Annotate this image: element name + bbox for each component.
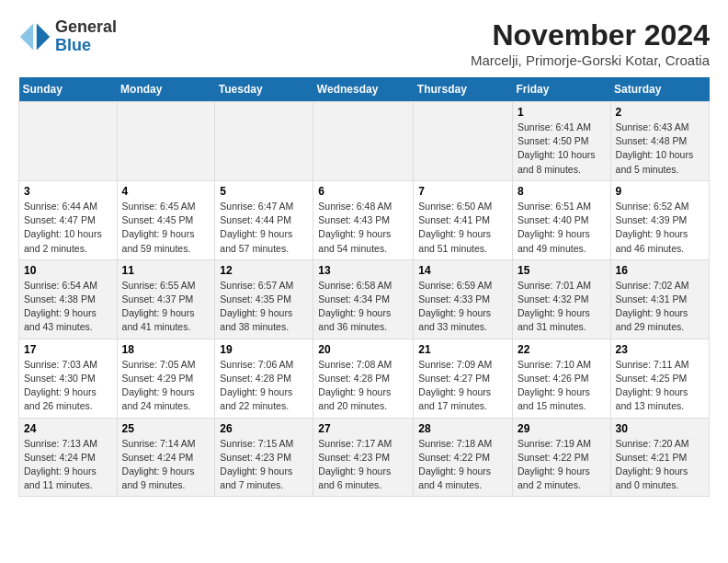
day-info: Sunrise: 6:58 AM Sunset: 4:34 PM Dayligh… bbox=[318, 279, 408, 335]
day-info: Sunrise: 7:13 AM Sunset: 4:24 PM Dayligh… bbox=[24, 437, 112, 493]
day-number: 29 bbox=[518, 422, 606, 435]
calendar-cell: 3Sunrise: 6:44 AM Sunset: 4:47 PM Daylig… bbox=[19, 180, 118, 259]
month-title: November 2024 bbox=[471, 18, 710, 52]
calendar-cell bbox=[19, 102, 118, 181]
calendar-cell: 1Sunrise: 6:41 AM Sunset: 4:50 PM Daylig… bbox=[512, 102, 610, 181]
day-info: Sunrise: 6:51 AM Sunset: 4:40 PM Dayligh… bbox=[518, 200, 606, 256]
calendar-cell bbox=[313, 102, 414, 181]
col-tuesday: Tuesday bbox=[215, 77, 313, 102]
day-number: 5 bbox=[220, 185, 308, 198]
day-info: Sunrise: 6:45 AM Sunset: 4:45 PM Dayligh… bbox=[122, 200, 210, 256]
calendar-week-5: 24Sunrise: 7:13 AM Sunset: 4:24 PM Dayli… bbox=[19, 418, 710, 497]
calendar-cell: 26Sunrise: 7:15 AM Sunset: 4:23 PM Dayli… bbox=[215, 418, 313, 497]
day-info: Sunrise: 6:50 AM Sunset: 4:41 PM Dayligh… bbox=[418, 200, 507, 256]
day-number: 23 bbox=[616, 343, 704, 356]
calendar-cell: 14Sunrise: 6:59 AM Sunset: 4:33 PM Dayli… bbox=[414, 259, 513, 339]
calendar-cell: 8Sunrise: 6:51 AM Sunset: 4:40 PM Daylig… bbox=[512, 180, 610, 259]
day-number: 2 bbox=[616, 106, 704, 119]
day-number: 16 bbox=[616, 264, 704, 277]
day-number: 24 bbox=[24, 422, 112, 435]
day-info: Sunrise: 7:08 AM Sunset: 4:28 PM Dayligh… bbox=[318, 358, 408, 414]
col-thursday: Thursday bbox=[414, 77, 513, 102]
calendar-cell: 11Sunrise: 6:55 AM Sunset: 4:37 PM Dayli… bbox=[117, 259, 215, 339]
day-number: 30 bbox=[616, 422, 704, 435]
day-info: Sunrise: 7:19 AM Sunset: 4:22 PM Dayligh… bbox=[518, 437, 606, 493]
calendar-cell: 20Sunrise: 7:08 AM Sunset: 4:28 PM Dayli… bbox=[313, 339, 414, 418]
calendar-cell: 21Sunrise: 7:09 AM Sunset: 4:27 PM Dayli… bbox=[414, 339, 513, 418]
calendar-cell: 19Sunrise: 7:06 AM Sunset: 4:28 PM Dayli… bbox=[215, 339, 313, 418]
calendar-cell: 12Sunrise: 6:57 AM Sunset: 4:35 PM Dayli… bbox=[215, 259, 313, 339]
day-info: Sunrise: 6:57 AM Sunset: 4:35 PM Dayligh… bbox=[220, 279, 308, 335]
day-info: Sunrise: 6:48 AM Sunset: 4:43 PM Dayligh… bbox=[318, 200, 408, 256]
col-saturday: Saturday bbox=[610, 77, 709, 102]
day-info: Sunrise: 7:06 AM Sunset: 4:28 PM Dayligh… bbox=[220, 358, 308, 414]
day-number: 15 bbox=[518, 264, 606, 277]
calendar-cell bbox=[215, 102, 313, 181]
calendar-cell: 6Sunrise: 6:48 AM Sunset: 4:43 PM Daylig… bbox=[313, 180, 414, 259]
day-info: Sunrise: 7:02 AM Sunset: 4:31 PM Dayligh… bbox=[616, 279, 704, 335]
header-row: Sunday Monday Tuesday Wednesday Thursday… bbox=[19, 77, 710, 102]
calendar-cell: 30Sunrise: 7:20 AM Sunset: 4:21 PM Dayli… bbox=[610, 418, 709, 497]
col-sunday: Sunday bbox=[19, 77, 118, 102]
col-wednesday: Wednesday bbox=[313, 77, 414, 102]
day-info: Sunrise: 6:47 AM Sunset: 4:44 PM Dayligh… bbox=[220, 200, 308, 256]
calendar-week-2: 3Sunrise: 6:44 AM Sunset: 4:47 PM Daylig… bbox=[19, 180, 710, 259]
day-info: Sunrise: 7:10 AM Sunset: 4:26 PM Dayligh… bbox=[518, 358, 606, 414]
calendar-cell: 15Sunrise: 7:01 AM Sunset: 4:32 PM Dayli… bbox=[512, 259, 610, 339]
calendar-cell: 24Sunrise: 7:13 AM Sunset: 4:24 PM Dayli… bbox=[19, 418, 118, 497]
day-number: 3 bbox=[24, 185, 112, 198]
day-number: 6 bbox=[318, 185, 408, 198]
day-number: 10 bbox=[24, 264, 112, 277]
day-info: Sunrise: 6:41 AM Sunset: 4:50 PM Dayligh… bbox=[518, 121, 606, 177]
calendar-cell: 18Sunrise: 7:05 AM Sunset: 4:29 PM Dayli… bbox=[117, 339, 215, 418]
day-number: 19 bbox=[220, 343, 308, 356]
day-info: Sunrise: 6:54 AM Sunset: 4:38 PM Dayligh… bbox=[24, 279, 112, 335]
svg-marker-1 bbox=[20, 23, 33, 50]
calendar-cell: 22Sunrise: 7:10 AM Sunset: 4:26 PM Dayli… bbox=[512, 339, 610, 418]
day-number: 11 bbox=[122, 264, 210, 277]
title-block: November 2024 Marcelji, Primorje-Gorski … bbox=[471, 18, 710, 68]
calendar-cell: 25Sunrise: 7:14 AM Sunset: 4:24 PM Dayli… bbox=[117, 418, 215, 497]
calendar-cell: 16Sunrise: 7:02 AM Sunset: 4:31 PM Dayli… bbox=[610, 259, 709, 339]
day-number: 7 bbox=[418, 185, 507, 198]
day-number: 22 bbox=[518, 343, 606, 356]
calendar-week-3: 10Sunrise: 6:54 AM Sunset: 4:38 PM Dayli… bbox=[19, 259, 710, 339]
day-number: 17 bbox=[24, 343, 112, 356]
calendar-cell: 4Sunrise: 6:45 AM Sunset: 4:45 PM Daylig… bbox=[117, 180, 215, 259]
calendar-header: Sunday Monday Tuesday Wednesday Thursday… bbox=[19, 77, 710, 102]
day-number: 13 bbox=[318, 264, 408, 277]
day-number: 28 bbox=[418, 422, 507, 435]
calendar-cell bbox=[117, 102, 215, 181]
day-info: Sunrise: 6:44 AM Sunset: 4:47 PM Dayligh… bbox=[24, 200, 112, 256]
calendar-cell: 5Sunrise: 6:47 AM Sunset: 4:44 PM Daylig… bbox=[215, 180, 313, 259]
svg-marker-0 bbox=[37, 23, 50, 50]
calendar-cell: 28Sunrise: 7:18 AM Sunset: 4:22 PM Dayli… bbox=[414, 418, 513, 497]
col-friday: Friday bbox=[512, 77, 610, 102]
day-number: 8 bbox=[518, 185, 606, 198]
day-info: Sunrise: 6:52 AM Sunset: 4:39 PM Dayligh… bbox=[616, 200, 704, 256]
day-number: 25 bbox=[122, 422, 210, 435]
calendar-cell: 17Sunrise: 7:03 AM Sunset: 4:30 PM Dayli… bbox=[19, 339, 118, 418]
day-number: 21 bbox=[418, 343, 507, 356]
day-info: Sunrise: 6:55 AM Sunset: 4:37 PM Dayligh… bbox=[122, 279, 210, 335]
logo: General Blue bbox=[18, 18, 117, 55]
calendar-cell: 2Sunrise: 6:43 AM Sunset: 4:48 PM Daylig… bbox=[610, 102, 709, 181]
page-header: General Blue November 2024 Marcelji, Pri… bbox=[18, 18, 710, 68]
day-number: 20 bbox=[318, 343, 408, 356]
day-number: 14 bbox=[418, 264, 507, 277]
day-info: Sunrise: 7:20 AM Sunset: 4:21 PM Dayligh… bbox=[616, 437, 704, 493]
day-number: 26 bbox=[220, 422, 308, 435]
calendar-week-4: 17Sunrise: 7:03 AM Sunset: 4:30 PM Dayli… bbox=[19, 339, 710, 418]
day-info: Sunrise: 7:17 AM Sunset: 4:23 PM Dayligh… bbox=[318, 437, 408, 493]
logo-text: General Blue bbox=[55, 18, 117, 55]
day-info: Sunrise: 7:11 AM Sunset: 4:25 PM Dayligh… bbox=[616, 358, 704, 414]
day-info: Sunrise: 6:43 AM Sunset: 4:48 PM Dayligh… bbox=[616, 121, 704, 177]
day-number: 12 bbox=[220, 264, 308, 277]
day-info: Sunrise: 7:05 AM Sunset: 4:29 PM Dayligh… bbox=[122, 358, 210, 414]
calendar-cell: 23Sunrise: 7:11 AM Sunset: 4:25 PM Dayli… bbox=[610, 339, 709, 418]
calendar-body: 1Sunrise: 6:41 AM Sunset: 4:50 PM Daylig… bbox=[19, 102, 710, 497]
day-number: 1 bbox=[518, 106, 606, 119]
calendar-cell: 29Sunrise: 7:19 AM Sunset: 4:22 PM Dayli… bbox=[512, 418, 610, 497]
day-info: Sunrise: 7:03 AM Sunset: 4:30 PM Dayligh… bbox=[24, 358, 112, 414]
generalblue-logo-icon bbox=[18, 20, 51, 53]
